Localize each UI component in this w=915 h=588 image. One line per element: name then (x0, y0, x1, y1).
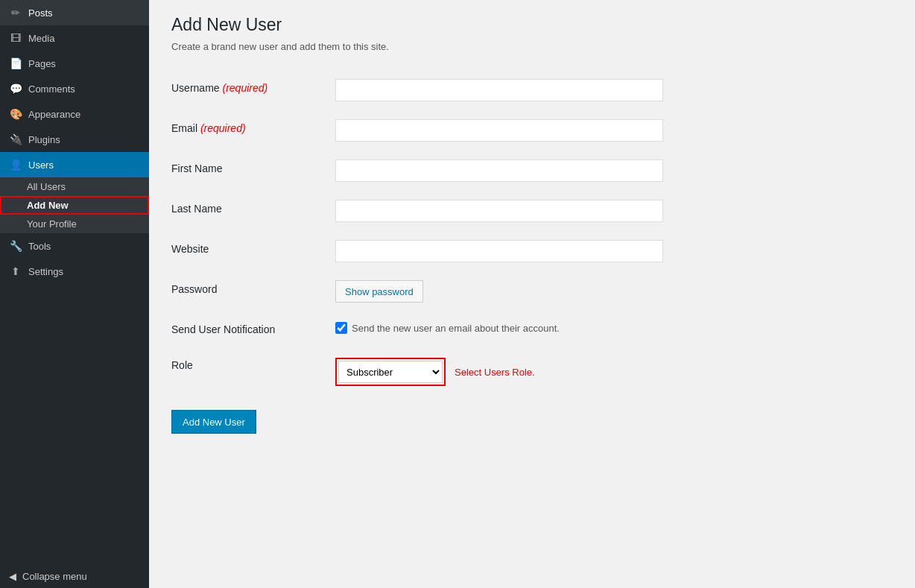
role-label: Role (171, 347, 335, 395)
username-row: Username (required) (171, 70, 842, 110)
sidebar: ✏ Posts 🎞 Media 📄 Pages 💬 Comments 🎨 App… (0, 0, 149, 588)
main-content: Add New User Create a brand new user and… (149, 0, 915, 588)
role-error-message: Select Users Role. (455, 367, 535, 378)
sidebar-item-pages[interactable]: 📄 Pages (0, 51, 149, 76)
comments-icon: 💬 (9, 82, 22, 95)
first-name-row: First Name (171, 151, 842, 191)
sidebar-item-label: Pages (28, 58, 56, 69)
password-row: Password Show password (171, 271, 842, 312)
username-label: Username (required) (171, 70, 335, 110)
sidebar-item-label: Comments (28, 83, 75, 95)
role-row: Role Subscriber Contributor Author Edito… (171, 347, 842, 395)
send-notification-row: Send User Notification Send the new user… (171, 312, 842, 347)
add-user-form: Username (required) Email (required) Fir… (171, 70, 842, 395)
sidebar-item-label: Posts (28, 7, 53, 19)
sidebar-item-settings[interactable]: ⬆ Settings (0, 259, 149, 284)
add-new-user-button[interactable]: Add New User (171, 410, 256, 434)
sidebar-item-your-profile[interactable]: Your Profile (0, 215, 149, 233)
sidebar-item-tools[interactable]: 🔧 Tools (0, 233, 149, 259)
show-password-button[interactable]: Show password (335, 280, 423, 303)
sidebar-item-label: Media (28, 33, 54, 44)
role-select-wrapper: Subscriber Contributor Author Editor Adm… (335, 358, 446, 386)
tools-icon: 🔧 (9, 239, 22, 253)
sidebar-item-label: Plugins (28, 134, 60, 145)
website-row: Website (171, 231, 842, 271)
email-row: Email (required) (171, 110, 842, 151)
sidebar-item-label: Settings (28, 266, 63, 277)
sidebar-item-appearance[interactable]: 🎨 Appearance (0, 101, 149, 127)
collapse-icon: ◀ (9, 571, 16, 582)
sidebar-item-plugins[interactable]: 🔌 Plugins (0, 127, 149, 152)
sidebar-item-all-users[interactable]: All Users (0, 177, 149, 196)
sidebar-item-posts[interactable]: ✏ Posts (0, 0, 149, 25)
page-subtitle: Create a brand new user and add them to … (171, 41, 893, 52)
sidebar-item-users[interactable]: 👤 Users (0, 152, 149, 177)
users-icon: 👤 (9, 158, 22, 171)
sidebar-item-media[interactable]: 🎞 Media (0, 25, 149, 51)
collapse-menu-label: Collapse menu (22, 571, 87, 582)
email-input[interactable] (335, 119, 663, 142)
email-label: Email (required) (171, 110, 335, 151)
last-name-label: Last Name (171, 191, 335, 231)
posts-icon: ✏ (9, 6, 22, 19)
username-input[interactable] (335, 79, 663, 101)
first-name-input[interactable] (335, 159, 663, 182)
sidebar-item-comments[interactable]: 💬 Comments (0, 76, 149, 101)
last-name-input[interactable] (335, 200, 663, 222)
sidebar-item-label: Appearance (28, 109, 80, 120)
role-select[interactable]: Subscriber Contributor Author Editor Adm… (338, 361, 443, 383)
password-label: Password (171, 271, 335, 312)
users-submenu: All Users Add New Your Profile (0, 177, 149, 233)
settings-icon: ⬆ (9, 265, 22, 278)
plugins-icon: 🔌 (9, 133, 22, 146)
sidebar-item-add-new[interactable]: Add New (0, 196, 149, 215)
collapse-menu-button[interactable]: ◀ Collapse menu (0, 565, 149, 588)
sidebar-item-label: Users (28, 159, 54, 171)
pages-icon: 📄 (9, 57, 22, 70)
sidebar-item-label: Tools (28, 241, 51, 252)
appearance-icon: 🎨 (9, 107, 22, 121)
first-name-label: First Name (171, 151, 335, 191)
website-input[interactable] (335, 240, 663, 262)
send-notification-checkbox[interactable] (335, 322, 347, 334)
send-notification-text: Send the new user an email about their a… (352, 323, 560, 334)
last-name-row: Last Name (171, 191, 842, 231)
website-label: Website (171, 231, 335, 271)
media-icon: 🎞 (9, 31, 22, 45)
page-title: Add New User (171, 15, 893, 35)
send-notification-label: Send User Notification (171, 312, 335, 347)
